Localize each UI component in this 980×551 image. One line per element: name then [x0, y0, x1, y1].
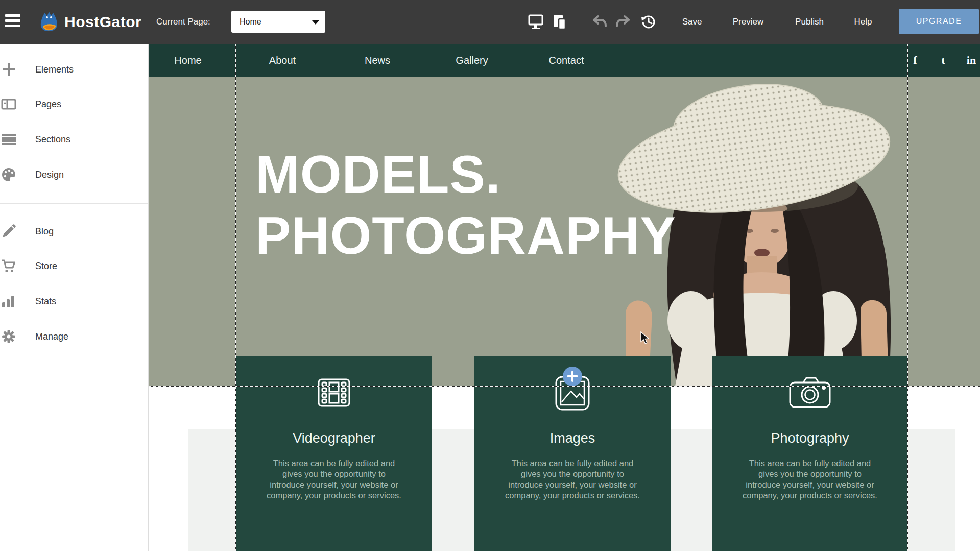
sidebar-item-label: Store: [35, 256, 57, 276]
mobile-preview-icon[interactable]: [551, 14, 568, 30]
film-icon: [316, 374, 352, 413]
card-body: This area can be fully edited and gives …: [712, 458, 908, 501]
image-add-icon: [554, 374, 591, 414]
current-page-label: Current Page:: [156, 0, 210, 44]
bar-chart-icon: [1, 294, 16, 309]
palette-icon: [1, 167, 16, 182]
upgrade-button[interactable]: UPGRADE: [899, 9, 979, 34]
help-button[interactable]: Help: [854, 0, 872, 44]
card-title: Photography: [712, 430, 908, 446]
chevron-down-icon: [312, 20, 319, 25]
cart-icon: [1, 258, 16, 274]
sidebar-item-label: Design: [35, 164, 64, 185]
site-navbar: Home About News Gallery Contact f t in: [148, 44, 980, 77]
section-guide-left: [235, 44, 236, 551]
undo-icon[interactable]: [591, 14, 608, 30]
sidebar-divider: [0, 203, 148, 204]
builder-sidebar: Elements Pages Sections: [0, 44, 149, 551]
sections-icon: [1, 132, 16, 147]
editor-toolbar: HostGator Current Page: Home: [0, 0, 980, 44]
pencil-icon: [1, 224, 16, 239]
hero-title-line1: MODELS.: [255, 143, 676, 205]
site-nav-home[interactable]: Home: [174, 44, 201, 77]
sidebar-item-pages[interactable]: Pages: [0, 94, 148, 114]
plus-icon: [1, 62, 16, 77]
sidebar-item-sections[interactable]: Sections: [0, 129, 148, 150]
sidebar-item-blog[interactable]: Blog: [0, 221, 148, 242]
sidebar-item-store[interactable]: Store: [0, 256, 148, 276]
site-nav-contact[interactable]: Contact: [549, 44, 584, 77]
preview-button[interactable]: Preview: [733, 0, 763, 44]
publish-button[interactable]: Publish: [795, 0, 824, 44]
twitter-icon[interactable]: t: [941, 44, 945, 77]
site-nav-news[interactable]: News: [365, 44, 390, 77]
gator-mascot-icon: [38, 9, 60, 35]
hero-title[interactable]: MODELS. PHOTOGRAPHY: [255, 143, 676, 266]
site-canvas: Home About News Gallery Contact f t in: [148, 44, 980, 551]
mouse-cursor: [640, 331, 652, 347]
add-image-badge: [563, 367, 582, 386]
sidebar-item-label: Sections: [35, 129, 70, 150]
brand-name: HostGator: [64, 13, 141, 31]
sidebar-item-manage[interactable]: Manage: [0, 326, 148, 347]
card-title: Images: [474, 430, 671, 446]
site-nav-gallery[interactable]: Gallery: [456, 44, 488, 77]
hostgator-logo: HostGator: [38, 6, 141, 38]
hero-title-line2: PHOTOGRAPHY: [255, 205, 676, 266]
linkedin-icon[interactable]: in: [967, 44, 976, 77]
card-body: This area can be fully edited and gives …: [474, 458, 671, 501]
hero-section[interactable]: MODELS. PHOTOGRAPHY: [148, 77, 980, 386]
card-body: This area can be fully edited and gives …: [236, 458, 432, 501]
sidebar-item-label: Elements: [35, 59, 74, 80]
desktop-preview-icon[interactable]: [527, 14, 544, 30]
page-select-value: Home: [240, 17, 261, 26]
site-nav-about[interactable]: About: [269, 44, 296, 77]
card-title: Videographer: [236, 430, 432, 446]
sidebar-item-label: Stats: [35, 291, 56, 312]
page-select-dropdown[interactable]: Home: [231, 11, 325, 33]
menu-icon[interactable]: [5, 14, 20, 29]
pages-icon: [1, 97, 16, 112]
facebook-icon[interactable]: f: [913, 44, 917, 77]
save-button[interactable]: Save: [682, 0, 702, 44]
sidebar-item-label: Blog: [35, 221, 54, 242]
section-guide-bottom: [148, 386, 980, 387]
sidebar-item-stats[interactable]: Stats: [0, 291, 148, 312]
sidebar-item-elements[interactable]: Elements: [0, 59, 148, 80]
redo-icon[interactable]: [614, 14, 632, 30]
sidebar-item-label: Pages: [35, 94, 61, 114]
sidebar-item-design[interactable]: Design: [0, 164, 148, 185]
sidebar-item-label: Manage: [35, 326, 68, 347]
history-icon[interactable]: [640, 14, 657, 30]
camera-icon: [788, 374, 832, 413]
gear-icon: [1, 329, 16, 344]
section-guide-right: [907, 44, 908, 551]
